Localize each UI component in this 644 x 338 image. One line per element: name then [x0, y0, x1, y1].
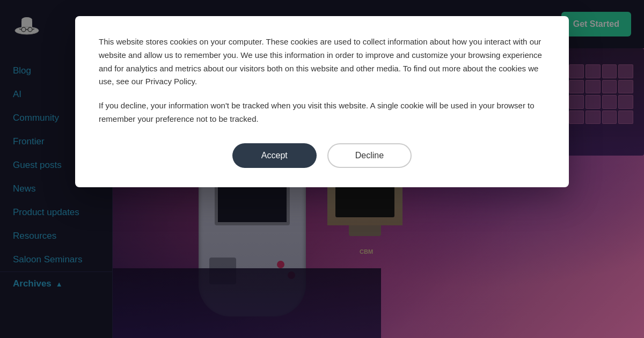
modal-backdrop: This website stores cookies on your comp… [0, 0, 644, 338]
cookie-text-main: This website stores cookies on your comp… [99, 35, 545, 89]
cookie-actions: Accept Decline [99, 143, 545, 168]
cookie-modal: This website stores cookies on your comp… [75, 16, 569, 187]
decline-button[interactable]: Decline [327, 143, 412, 168]
cookie-text-secondary: If you decline, your information won't b… [99, 99, 545, 126]
accept-button[interactable]: Accept [232, 143, 317, 168]
